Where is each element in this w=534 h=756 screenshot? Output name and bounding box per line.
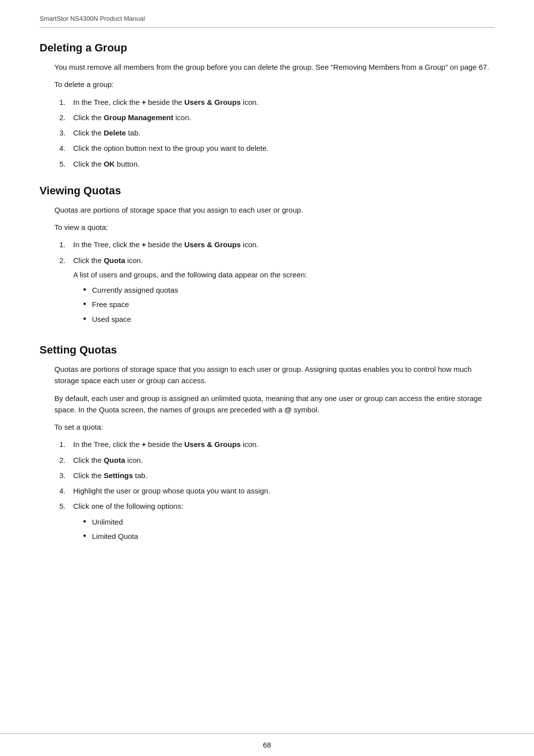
list-item: • Used space <box>83 313 494 325</box>
list-item: 4. Click the option button next to the g… <box>59 142 494 154</box>
list-item: 5. Click one of the following options: •… <box>59 500 494 546</box>
list-item: 2. Click the Quota icon. A list of users… <box>59 255 494 329</box>
page-number: 68 <box>263 741 271 749</box>
section-deleting-group: Deleting a Group You must remove all mem… <box>40 42 494 170</box>
section-title-viewing-quotas: Viewing Quotas <box>40 184 494 197</box>
list-item: 2. Click the Quota icon. <box>59 454 494 466</box>
section-title-setting-quotas: Setting Quotas <box>40 344 494 356</box>
list-item: 5. Click the OK button. <box>59 158 494 170</box>
list-item: 2. Click the Group Management icon. <box>59 112 494 123</box>
section-body-viewing-quotas: Quotas are portions of storage space tha… <box>40 204 494 329</box>
section-viewing-quotas: Viewing Quotas Quotas are portions of st… <box>40 184 494 329</box>
header-text: SmartStor NS4300N Product Manual <box>40 15 145 22</box>
deleting-group-intro-1: You must remove all members from the gro… <box>54 61 494 73</box>
list-item: 1. In the Tree, click the + beside the U… <box>59 239 494 250</box>
section-setting-quotas: Setting Quotas Quotas are portions of st… <box>40 344 494 546</box>
list-item: 1. In the Tree, click the + beside the U… <box>59 96 494 108</box>
setting-quotas-intro-1: Quotas are portions of storage space tha… <box>54 363 494 387</box>
section-body-setting-quotas: Quotas are portions of storage space tha… <box>40 363 494 546</box>
deleting-group-intro-2: To delete a group: <box>54 79 494 90</box>
section-title-deleting-group: Deleting a Group <box>40 42 494 54</box>
page-container: SmartStor NS4300N Product Manual Deletin… <box>0 0 534 756</box>
viewing-quotas-intro-1: Quotas are portions of storage space tha… <box>54 204 494 216</box>
section-body-deleting-group: You must remove all members from the gro… <box>40 61 494 170</box>
page-header: SmartStor NS4300N Product Manual <box>40 0 494 28</box>
viewing-quotas-bullets: • Currently assigned quotas • Free space… <box>83 284 494 325</box>
deleting-group-steps: 1. In the Tree, click the + beside the U… <box>59 96 494 170</box>
list-item: 3. Click the Delete tab. <box>59 127 494 138</box>
setting-quotas-steps: 1. In the Tree, click the + beside the U… <box>59 439 494 546</box>
list-item: 3. Click the Settings tab. <box>59 470 494 481</box>
list-item: 1. In the Tree, click the + beside the U… <box>59 439 494 450</box>
setting-quotas-bullets: • Unlimited • Limited Quota <box>83 516 494 542</box>
list-item: • Limited Quota <box>83 531 494 542</box>
viewing-quotas-intro-2: To view a quota: <box>54 222 494 233</box>
list-item: • Currently assigned quotas <box>83 284 494 296</box>
page-footer: 68 <box>0 733 534 756</box>
limited-quota-text: Limited Quota <box>92 531 494 542</box>
list-item: • Unlimited <box>83 516 494 528</box>
list-item: 4. Highlight the user or group whose quo… <box>59 485 494 496</box>
list-item: • Free space <box>83 299 494 310</box>
setting-quotas-intro-3: To set a quota: <box>54 421 494 433</box>
setting-quotas-intro-2: By default, each user and group is assig… <box>54 393 494 416</box>
viewing-quotas-steps: 1. In the Tree, click the + beside the U… <box>59 239 494 329</box>
